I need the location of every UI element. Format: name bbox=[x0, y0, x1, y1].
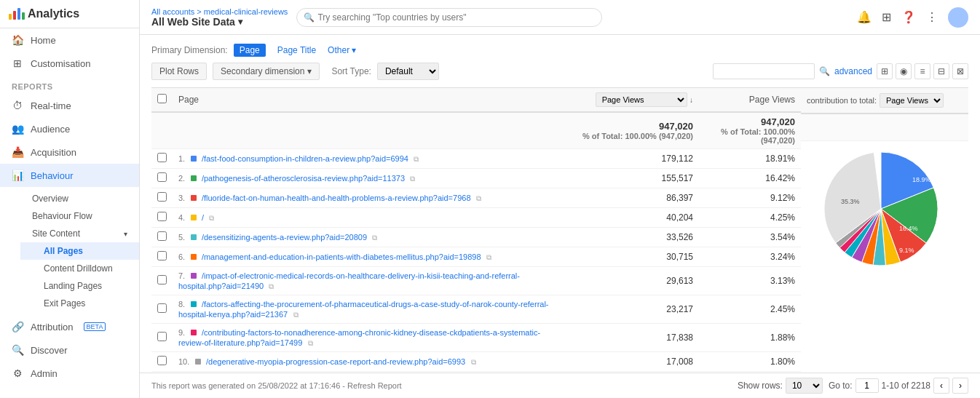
row-copy-icon[interactable]: ⧉ bbox=[410, 175, 415, 183]
page-views-select[interactable]: Page Views Unique Page Views bbox=[596, 92, 687, 107]
row-checkbox[interactable] bbox=[157, 275, 167, 284]
row-page-link[interactable]: /management-and-education-in-patients-wi… bbox=[202, 252, 481, 261]
plot-rows-button[interactable]: Plot Rows bbox=[151, 63, 207, 80]
sidebar-item-home[interactable]: 🏠 Home bbox=[0, 28, 139, 52]
sidebar-item-customisation[interactable]: ⊞ Customisation bbox=[0, 52, 139, 75]
view-icon-funnel[interactable]: ⊟ bbox=[933, 63, 949, 79]
row-copy-icon[interactable]: ⧉ bbox=[293, 311, 299, 319]
row-page-link[interactable]: /impact-of-electronic-medical-records-on… bbox=[178, 271, 520, 290]
row-checkbox[interactable] bbox=[157, 153, 167, 162]
notification-icon[interactable]: 🔔 bbox=[857, 10, 872, 24]
row-views-1: 179,112 bbox=[568, 149, 699, 169]
row-checkbox[interactable] bbox=[157, 303, 167, 313]
row-copy-icon[interactable]: ⧉ bbox=[269, 282, 274, 290]
row-checkbox[interactable] bbox=[157, 332, 167, 341]
row-pct: 3.13% bbox=[699, 267, 801, 295]
row-copy-icon[interactable]: ⧉ bbox=[476, 194, 481, 202]
select-all-checkbox[interactable] bbox=[157, 94, 167, 103]
sidebar-item-acquisition[interactable]: 📥 Acquisition bbox=[0, 140, 139, 164]
advanced-link[interactable]: advanced bbox=[834, 66, 872, 76]
site-content-label: Site Content bbox=[32, 228, 80, 239]
row-copy-icon[interactable]: ⧉ bbox=[486, 253, 491, 261]
row-checkbox[interactable] bbox=[157, 356, 167, 365]
prev-page-button[interactable]: ‹ bbox=[933, 378, 949, 394]
table-row: 5. /desensitizing-agents-a-review.php?ai… bbox=[151, 228, 801, 247]
contribution-header: contribution to total: Page Views bbox=[801, 87, 968, 114]
more-icon[interactable]: ⋮ bbox=[926, 10, 938, 24]
sidebar-item-behaviour-flow[interactable]: Behaviour Flow bbox=[20, 207, 139, 225]
table-row: 4. / ⧉ 40,204 4.25% bbox=[151, 208, 801, 228]
row-page-link[interactable]: /degenerative-myopia-progression-case-re… bbox=[206, 357, 465, 366]
row-page-link[interactable]: /fast-food-consumption-in-children-a-rev… bbox=[202, 154, 408, 163]
th-page-views-col: Page Views bbox=[699, 88, 801, 113]
sidebar-item-overview[interactable]: Overview bbox=[20, 190, 139, 207]
row-color-dot bbox=[191, 156, 197, 162]
sidebar-item-realtime[interactable]: ⏱ Real-time bbox=[0, 94, 139, 117]
sidebar-item-site-content[interactable]: Site Content ▾ bbox=[20, 225, 139, 242]
secondary-dimension-label: Secondary dimension bbox=[221, 66, 304, 76]
page-go-to-input[interactable] bbox=[855, 378, 879, 393]
row-page-link[interactable]: / bbox=[202, 213, 204, 222]
realtime-icon: ⏱ bbox=[12, 100, 23, 111]
view-icon-bar[interactable]: ≡ bbox=[914, 63, 930, 79]
row-page-cell: 3. /fluoride-fact-on-human-health-and-he… bbox=[173, 188, 568, 208]
sidebar-discover-label: Discover bbox=[31, 345, 68, 356]
reports-section-label: REPORTS bbox=[0, 75, 139, 94]
table-search-icon[interactable]: 🔍 bbox=[819, 66, 830, 76]
row-copy-icon[interactable]: ⧉ bbox=[471, 358, 476, 366]
dim-btn-other[interactable]: Other ▾ bbox=[328, 45, 356, 55]
row-checkbox[interactable] bbox=[157, 212, 167, 221]
row-checkbox[interactable] bbox=[157, 192, 167, 202]
secondary-dimension-button[interactable]: Secondary dimension ▾ bbox=[213, 63, 320, 80]
sidebar-item-all-pages[interactable]: All Pages bbox=[20, 242, 139, 260]
pie-label-rest: 35.3% bbox=[841, 198, 860, 205]
row-page-link[interactable]: /fluoride-fact-on-human-health-and-healt… bbox=[202, 194, 471, 202]
row-views-1: 17,838 bbox=[568, 324, 699, 352]
row-checkbox[interactable] bbox=[157, 172, 167, 182]
property-dropdown-icon[interactable]: ▾ bbox=[238, 17, 242, 27]
row-checkbox-cell bbox=[151, 149, 173, 169]
row-copy-icon[interactable]: ⧉ bbox=[308, 339, 313, 347]
row-checkbox[interactable] bbox=[157, 231, 167, 241]
row-color-dot bbox=[191, 330, 197, 335]
view-icon-table[interactable]: ⊞ bbox=[877, 63, 893, 79]
row-color-dot bbox=[195, 359, 201, 365]
row-copy-icon[interactable]: ⧉ bbox=[414, 155, 419, 163]
sidebar-item-exit-pages[interactable]: Exit Pages bbox=[20, 295, 139, 312]
row-page-link[interactable]: /pathogenesis-of-atherosclerosisa-review… bbox=[202, 174, 405, 183]
row-copy-icon[interactable]: ⧉ bbox=[209, 214, 214, 222]
site-content-expand-icon: ▾ bbox=[124, 230, 127, 238]
rows-per-page-select[interactable]: 10 25 50 100 bbox=[786, 378, 823, 394]
attribution-icon: 🔗 bbox=[12, 321, 23, 333]
sidebar-item-audience[interactable]: 👥 Audience bbox=[0, 117, 139, 140]
row-page-link[interactable]: /contributing-factors-to-nonadherence-am… bbox=[178, 328, 540, 347]
row-page-cell: 10. /degenerative-myopia-progression-cas… bbox=[173, 352, 568, 372]
table-row: 2. /pathogenesis-of-atherosclerosisa-rev… bbox=[151, 169, 801, 188]
discover-icon: 🔍 bbox=[12, 344, 23, 356]
apps-icon[interactable]: ⊞ bbox=[882, 10, 891, 24]
next-page-button[interactable]: › bbox=[952, 378, 968, 394]
table-body: 1. /fast-food-consumption-in-children-a-… bbox=[151, 149, 801, 372]
dim-btn-page-title[interactable]: Page Title bbox=[272, 44, 322, 57]
sort-type-select[interactable]: Default Weighted bbox=[377, 63, 439, 80]
sidebar-audience-label: Audience bbox=[31, 124, 70, 135]
topbar-search-input[interactable] bbox=[296, 8, 602, 27]
sidebar-item-discover[interactable]: 🔍 Discover bbox=[0, 338, 139, 362]
sidebar-item-behaviour[interactable]: 📊 Behaviour bbox=[0, 164, 139, 187]
sidebar-item-content-drilldown[interactable]: Content Drilldown bbox=[20, 260, 139, 277]
table-search-input[interactable] bbox=[713, 63, 815, 79]
sidebar-item-attribution[interactable]: 🔗 Attribution BETA bbox=[0, 315, 139, 338]
sidebar-item-landing-pages[interactable]: Landing Pages bbox=[20, 277, 139, 295]
contribution-select[interactable]: Page Views bbox=[880, 93, 944, 108]
help-icon[interactable]: ❓ bbox=[901, 10, 916, 24]
toolbar: Plot Rows Secondary dimension ▾ Sort Typ… bbox=[151, 63, 968, 80]
sidebar-item-admin[interactable]: ⚙ Admin bbox=[0, 362, 139, 385]
row-page-link[interactable]: /desensitizing-agents-a-review.php?aid=2… bbox=[202, 233, 367, 242]
user-avatar[interactable] bbox=[948, 7, 968, 28]
row-copy-icon[interactable]: ⧉ bbox=[372, 234, 377, 242]
row-page-link[interactable]: /factors-affecting-the-procurement-of-ph… bbox=[178, 300, 549, 319]
view-icon-compare[interactable]: ⊠ bbox=[952, 63, 968, 79]
row-checkbox[interactable] bbox=[157, 251, 167, 260]
dim-btn-page[interactable]: Page bbox=[234, 44, 266, 57]
view-icon-pie[interactable]: ◉ bbox=[896, 63, 912, 79]
